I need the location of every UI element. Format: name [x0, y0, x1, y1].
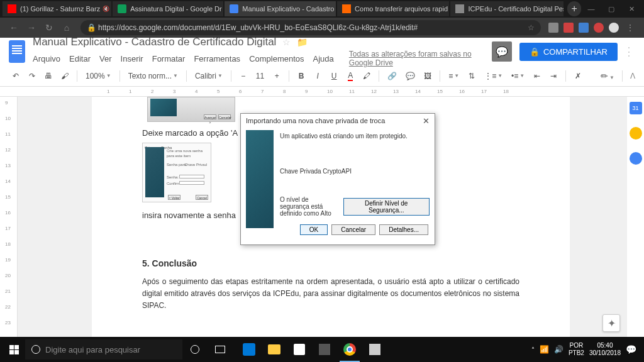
browser-tab-3[interactable]: Como transferir arquivos rapid ×: [337, 1, 449, 16]
menu-tools[interactable]: Ferramentas: [194, 54, 240, 63]
save-status[interactable]: Todas as alterações foram salvas no Goog…: [349, 50, 492, 67]
numbered-list-button[interactable]: ⋮≡▼: [481, 70, 506, 82]
style-select[interactable]: Texto norm...▼: [125, 70, 181, 82]
dialog-graphic: [246, 130, 274, 228]
window-controls: — ▢ ✕: [581, 1, 641, 16]
menu-insert[interactable]: Inserir: [121, 54, 143, 63]
browser-tab-4[interactable]: ICPEdu - Certificado Digital Pes ×: [450, 1, 564, 16]
browser-tab-0[interactable]: (1) Gorillaz - Saturnz Barz 🔇 ×: [3, 1, 111, 16]
star-icon[interactable]: ☆: [528, 23, 535, 32]
mini-next: Avançar >: [204, 114, 216, 119]
explorer-icon[interactable]: [262, 337, 287, 362]
menu-edit[interactable]: Editar: [69, 54, 91, 63]
cortana-icon[interactable]: [182, 337, 208, 362]
menu-view[interactable]: Ver: [99, 54, 112, 63]
font-size-increase[interactable]: +: [270, 70, 284, 82]
highlight-button[interactable]: 🖍: [360, 70, 374, 82]
network-icon[interactable]: 📶: [540, 345, 549, 354]
indent-increase-button[interactable]: ⇥: [547, 70, 560, 82]
explore-button[interactable]: ✦: [602, 314, 620, 332]
security-level-button[interactable]: Definir Nível de Segurança...: [343, 198, 430, 216]
image-button[interactable]: 🖼: [421, 70, 435, 82]
collapse-button[interactable]: ᐱ: [630, 72, 635, 80]
details-button[interactable]: Detalhes...: [379, 224, 428, 235]
reload-button[interactable]: ↻: [42, 20, 57, 35]
print-button[interactable]: 🖶: [42, 70, 55, 82]
browser-tab-1[interactable]: Assinatura Digital - Google Dr ×: [113, 1, 223, 16]
dialog-title: Importando uma nova chave privada de tro…: [246, 117, 385, 124]
menu-format[interactable]: Formatar: [152, 54, 186, 63]
forward-button[interactable]: →: [24, 20, 39, 35]
maximize-button[interactable]: ▢: [601, 1, 621, 16]
indent-decrease-button[interactable]: ⇤: [530, 70, 544, 82]
taskbar-search[interactable]: Digite aqui para pesquisar: [25, 339, 182, 359]
font-size-decrease[interactable]: −: [236, 70, 250, 82]
minimize-button[interactable]: —: [581, 1, 601, 16]
calendar-icon[interactable]: 31: [630, 102, 642, 114]
italic-button[interactable]: I: [311, 70, 325, 82]
move-icon[interactable]: 📁: [297, 37, 308, 47]
docs-logo-icon[interactable]: [9, 40, 25, 63]
share-button[interactable]: 🔒 COMPARTILHAR: [519, 43, 618, 61]
store-icon[interactable]: [287, 337, 312, 362]
link-button[interactable]: 🔗: [384, 70, 400, 82]
vertical-ruler[interactable]: 91011121314151617181920212223: [0, 97, 18, 337]
close-icon[interactable]: ✕: [423, 116, 430, 126]
edge-icon[interactable]: [236, 337, 262, 362]
back-button[interactable]: ←: [6, 20, 21, 35]
extension-icon[interactable]: [548, 23, 558, 33]
edit-mode-button[interactable]: ✏▼: [601, 71, 614, 81]
start-button[interactable]: [3, 338, 25, 361]
paint-format-button[interactable]: 🖌: [58, 70, 72, 82]
extension-icon[interactable]: [564, 23, 574, 33]
url-input[interactable]: 🔒 https://docs.google.com/document/d/1Ew…: [80, 20, 541, 35]
language-indicator[interactable]: PORPTB2: [569, 342, 584, 357]
keep-icon[interactable]: [630, 127, 642, 140]
text-color-button[interactable]: A: [343, 69, 357, 83]
font-select[interactable]: Calibri▼: [192, 70, 226, 82]
menu-button[interactable]: ⋮: [623, 20, 638, 35]
menu-help[interactable]: Ajuda: [313, 54, 334, 63]
line-spacing-button[interactable]: ⇅: [465, 70, 479, 82]
extension-icon[interactable]: [579, 23, 589, 33]
mute-icon[interactable]: 🔇: [103, 6, 109, 12]
account-menu[interactable]: ⋮: [623, 45, 635, 58]
tasks-icon[interactable]: [630, 152, 642, 165]
comments-button[interactable]: 💬: [492, 41, 512, 62]
profile-icon[interactable]: [609, 23, 619, 33]
menu-addons[interactable]: Complementos: [249, 54, 304, 63]
app-icon[interactable]: [362, 337, 387, 362]
lock-icon: 🔒: [87, 23, 94, 32]
volume-icon[interactable]: 🔊: [554, 345, 564, 354]
comment-button[interactable]: 💬: [402, 70, 418, 82]
zoom-select[interactable]: 100%▼: [82, 70, 114, 82]
horizontal-ruler[interactable]: 1123456789101112131415161718: [0, 87, 644, 97]
home-button[interactable]: ⌂: [59, 20, 74, 35]
tray-chevron-icon[interactable]: ˄: [531, 346, 535, 353]
clock[interactable]: 05:4030/10/2018: [589, 342, 621, 357]
ok-button[interactable]: OK: [300, 224, 328, 235]
notifications-icon[interactable]: 💬: [626, 344, 636, 354]
font-size-input[interactable]: 11: [253, 70, 267, 82]
document-title[interactable]: Manual Explicativo - Cadastro de Certifi…: [33, 36, 276, 48]
underline-button[interactable]: U: [327, 70, 341, 82]
chrome-icon[interactable]: [337, 337, 362, 362]
redo-button[interactable]: ↷: [25, 70, 39, 82]
align-button[interactable]: ≡▼: [445, 70, 462, 82]
clear-format-button[interactable]: ✗: [571, 70, 585, 82]
dialog-message: Chave Privada CryptoAPI: [280, 168, 430, 175]
docs-icon: [230, 4, 238, 13]
close-window-button[interactable]: ✕: [621, 1, 641, 16]
star-icon[interactable]: ☆: [282, 37, 291, 47]
bold-button[interactable]: B: [294, 70, 308, 82]
bullet-list-button[interactable]: •≡▼: [508, 70, 528, 82]
app-icon[interactable]: [312, 337, 337, 362]
extension-icon[interactable]: [594, 23, 604, 33]
new-tab-button[interactable]: +: [567, 1, 581, 16]
menu-file[interactable]: Arquivo: [33, 54, 60, 63]
browser-tab-2[interactable]: Manual Explicativo - Cadastro ×: [225, 1, 336, 16]
mini-cancel: Cancelar: [218, 114, 231, 119]
cancel-button[interactable]: Cancelar: [331, 224, 375, 235]
taskview-icon[interactable]: [208, 337, 233, 362]
undo-button[interactable]: ↶: [9, 70, 23, 82]
